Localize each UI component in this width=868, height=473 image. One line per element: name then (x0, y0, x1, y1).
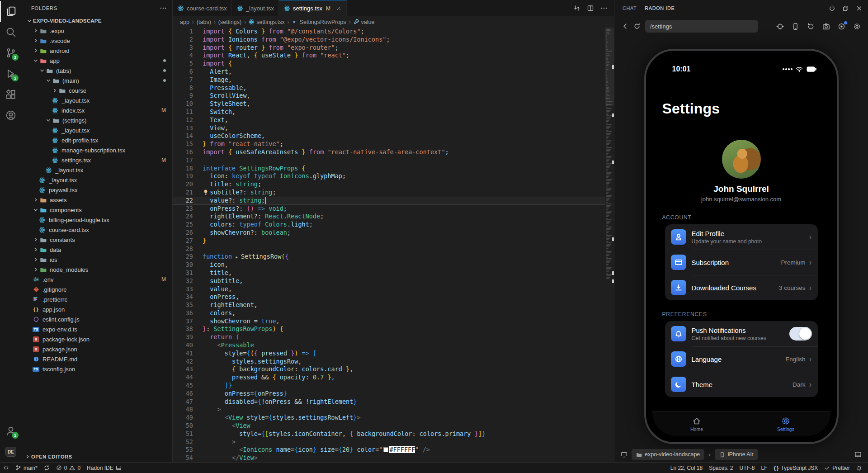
file-item-course-card.tsx[interactable]: course-card.tsx (22, 225, 172, 235)
branch-item[interactable]: main* (12, 463, 41, 473)
folder-item-components[interactable]: components (22, 205, 172, 215)
settings-row-downloaded-courses[interactable]: Downloaded Courses3 courses› (665, 275, 818, 300)
file-item-billing-period-toggle.tsx[interactable]: billing-period-toggle.tsx (22, 215, 172, 225)
settings-row-edit-profile[interactable]: Edit ProfileUpdate your name and photo› (665, 224, 818, 250)
folder-item-settings[interactable]: (settings) (22, 115, 172, 125)
file-item-layout.tsx[interactable]: _layout.tsx (22, 95, 172, 105)
folder-item-.vscode[interactable]: .vscode (22, 36, 172, 46)
github-icon[interactable] (0, 105, 22, 126)
remote-indicator[interactable] (0, 463, 12, 473)
tab-layout.tsx[interactable]: _layout.tsx (232, 0, 279, 16)
breadcrumb-item[interactable]: value (354, 19, 375, 25)
file-item-tsconfig.json[interactable]: TStsconfig.json (22, 364, 172, 374)
formatter[interactable]: Prettier (821, 463, 853, 473)
language-mode[interactable]: { }TypeScript JSX (771, 463, 821, 473)
device-settings-icon[interactable] (853, 23, 861, 30)
folder-item-assets[interactable]: assets (22, 195, 172, 205)
source-control-icon[interactable]: 3 (0, 43, 22, 63)
split-editor-icon[interactable] (587, 5, 594, 12)
breadcrumb-item[interactable]: app (180, 19, 189, 25)
indentation[interactable]: Spaces: 2 (706, 463, 736, 473)
file-item-layout.tsx[interactable]: _layout.tsx (22, 125, 172, 135)
file-item-index.tsx[interactable]: index.tsxM (22, 105, 172, 115)
search-icon[interactable] (0, 22, 22, 43)
back-icon[interactable] (622, 23, 629, 30)
file-item-.env[interactable]: .envM (22, 274, 172, 284)
folder-item-ios[interactable]: ios (22, 255, 172, 265)
file-item-.prettierrc[interactable]: .prettierrc (22, 294, 172, 304)
rotate-device-icon[interactable] (792, 23, 799, 30)
breadcrumb-item[interactable]: SettingsRowProps (292, 19, 346, 25)
file-item-paywall.tsx[interactable]: paywall.tsx (22, 185, 172, 195)
panel-tab-chat[interactable]: CHAT (623, 0, 637, 16)
run-debug-icon[interactable]: 1 (0, 63, 22, 84)
file-item-.gitignore[interactable]: .gitignore (22, 284, 172, 294)
phone-tab-settings[interactable]: Settings (741, 412, 830, 436)
folder-item-app[interactable]: app (22, 56, 172, 66)
project-selector[interactable]: expo-video-landscape (632, 449, 704, 460)
file-item-app.json[interactable]: { }app.json (22, 304, 172, 314)
minimap[interactable] (605, 28, 614, 462)
replay-icon[interactable] (807, 23, 815, 30)
file-item-package.json[interactable]: npackage.json (22, 344, 172, 354)
folder-item-main[interactable]: (main) (22, 76, 172, 85)
folder-item-tabs[interactable]: (tabs) (22, 66, 172, 76)
settings-row-subscription[interactable]: SubscriptionPremium› (665, 250, 818, 275)
file-item-settings.tsx[interactable]: settings.tsxM (22, 155, 172, 165)
tab-settings.tsx[interactable]: settings.tsxM (279, 0, 347, 16)
file-item-layout.tsx[interactable]: _layout.tsx (22, 175, 172, 185)
screenshot-icon[interactable] (822, 23, 830, 30)
refresh-icon[interactable] (633, 23, 641, 30)
breadcrumb-item[interactable]: (tabs) (197, 19, 211, 25)
file-item-expo-env.d.ts[interactable]: TSexpo-env.d.ts (22, 324, 172, 334)
folder-item-nodemodules[interactable]: node_modules (22, 265, 172, 274)
accounts-icon[interactable]: 1 (0, 421, 22, 441)
file-item-eslint.config.js[interactable]: eslint.config.js (22, 314, 172, 324)
eol[interactable]: LF (758, 463, 771, 473)
breadcrumb-item[interactable]: (settings) (218, 19, 241, 25)
panel-tab-radon-ide[interactable]: RADON IDE (645, 0, 675, 16)
push-notifications-toggle[interactable] (789, 327, 812, 341)
explorer-icon[interactable] (0, 1, 22, 22)
file-item-layout.tsx[interactable]: _layout.tsx (22, 165, 172, 175)
restore-window-icon[interactable] (842, 5, 849, 12)
file-item-package-lock.json[interactable]: npackage-lock.json (22, 334, 172, 344)
file-item-manage-subscription.tsx[interactable]: manage-subscription.tsx (22, 145, 172, 155)
color-swatch[interactable] (383, 447, 388, 452)
folder-item-course[interactable]: course (22, 85, 172, 95)
open-changes-icon[interactable] (573, 5, 580, 12)
tab-course-card.tsx[interactable]: course-card.tsx (173, 0, 232, 16)
device-selector[interactable]: iPhone Air (715, 449, 758, 460)
settings-row-theme[interactable]: ThemeDark› (665, 372, 818, 397)
settings-row-push-notifications[interactable]: Push NotificationsGet notified about new… (665, 321, 818, 346)
code-editor[interactable]: 1import { Colors } from "@/constants/Col… (173, 28, 614, 462)
file-item-readme.md[interactable]: README.md (22, 354, 172, 364)
folder-item-expo-video-landscape[interactable]: EXPO-VIDEO-LANDSCAPE (22, 16, 172, 26)
folder-item-.expo[interactable]: .expo (22, 26, 172, 36)
more-actions-icon[interactable] (600, 5, 608, 12)
breadcrumb-item[interactable]: settings.tsx (249, 19, 285, 25)
inspect-icon[interactable] (776, 23, 784, 30)
close-window-icon[interactable] (856, 5, 863, 12)
folder-item-constants[interactable]: constants (22, 235, 172, 245)
close-icon[interactable] (336, 5, 342, 11)
quick-fix-lightbulb-icon[interactable] (203, 189, 209, 195)
url-input[interactable]: /settings (645, 20, 758, 33)
power-icon[interactable] (829, 5, 835, 12)
notifications-bell[interactable] (853, 463, 865, 473)
encoding[interactable]: UTF-8 (736, 463, 758, 473)
sync-icon[interactable] (41, 463, 53, 473)
problems-item[interactable]: 00 (53, 463, 84, 473)
file-item-edit-profile.tsx[interactable]: edit-profile.tsx (22, 135, 172, 145)
extensions-icon[interactable] (0, 84, 22, 105)
settings-row-language[interactable]: LanguageEnglish› (665, 346, 818, 372)
radon-status-item[interactable]: Radon IDE (84, 463, 125, 473)
folder-item-data[interactable]: data (22, 245, 172, 255)
open-editors-header[interactable]: OPEN EDITORS (22, 451, 172, 462)
record-icon[interactable] (838, 23, 845, 30)
cursor-position[interactable]: Ln 22, Col 18 (667, 463, 706, 473)
more-actions-icon[interactable] (160, 5, 167, 12)
toggle-panel-icon[interactable] (854, 451, 862, 458)
folder-item-android[interactable]: android (22, 46, 172, 56)
profile-badge[interactable]: DE (0, 441, 22, 462)
